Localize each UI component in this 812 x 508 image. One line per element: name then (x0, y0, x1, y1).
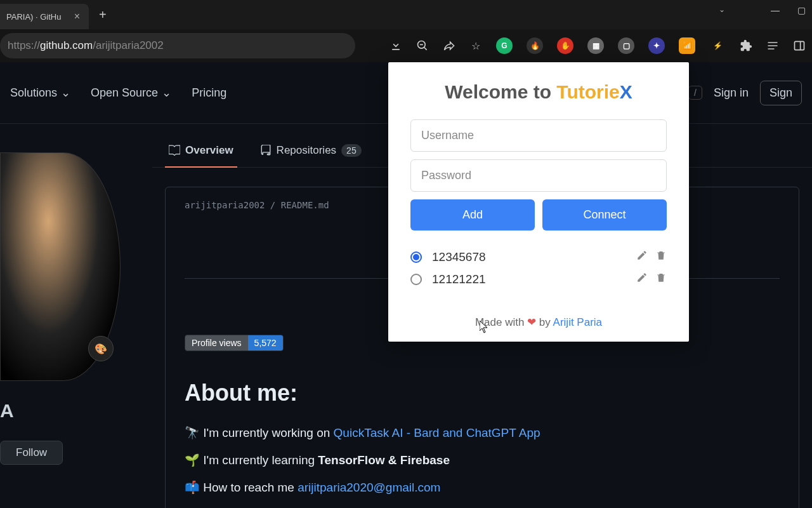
password-input[interactable] (410, 159, 667, 192)
profile-views-badge: Profile views 5,572 (185, 335, 284, 351)
maximize-icon[interactable]: ▢ (797, 5, 806, 15)
about-item: 🌱 I'm currently learning TensorFlow & Fi… (185, 453, 780, 467)
about-item: 📫 How to reach me arijitparia2020@gmail.… (185, 480, 780, 495)
account-row[interactable]: 12121221 (410, 268, 667, 290)
sidebar-toggle-icon[interactable] (793, 39, 806, 52)
tutoriex-ext-icon[interactable]: 📶 (679, 37, 695, 54)
ext-icon-4[interactable]: ▦ (587, 37, 604, 54)
profile-avatar[interactable]: 🎨 (0, 152, 121, 381)
download-icon[interactable] (390, 39, 402, 52)
nav-solutions[interactable]: Solutions ⌄ (10, 86, 70, 100)
sign-up-button[interactable]: Sign (760, 81, 802, 105)
ext-icon-3[interactable]: ✋ (557, 37, 573, 54)
popup-footer: Made with ❤ by Arijit Paria (410, 316, 667, 329)
avatar-status-badge[interactable]: 🎨 (88, 336, 114, 361)
repo-count-badge: 25 (341, 144, 362, 157)
author-link[interactable]: Arijit Paria (553, 316, 602, 328)
chevron-down-icon: ⌄ (162, 86, 171, 100)
sign-in-link[interactable]: Sign in (714, 86, 749, 100)
grammarly-ext-icon[interactable]: G (496, 37, 513, 54)
edit-icon[interactable] (636, 272, 648, 286)
connect-button[interactable]: Connect (542, 199, 667, 231)
radio-unselected-icon[interactable] (410, 274, 422, 285)
ext-icon-2[interactable]: 🔥 (527, 37, 543, 54)
edit-icon[interactable] (636, 250, 648, 264)
about-item: 🔭 I'm currently working on QuickTask AI … (185, 425, 780, 440)
username-input[interactable] (410, 119, 667, 152)
address-input[interactable]: https://github.com/arijitparia2002 (0, 33, 355, 58)
nav-pricing[interactable]: Pricing (192, 86, 226, 100)
profile-sidebar: 🎨 A Follow (0, 124, 152, 508)
account-list: 12345678 12121221 (410, 246, 667, 290)
ext-icon-6[interactable]: ✦ (648, 37, 665, 54)
ext-icon-8[interactable]: ⚡ (709, 37, 726, 54)
account-row[interactable]: 12345678 (410, 246, 667, 268)
repo-icon (260, 145, 272, 156)
close-tab-icon[interactable]: × (72, 11, 82, 22)
delete-icon[interactable] (655, 250, 667, 264)
minimize-icon[interactable]: — (771, 5, 780, 15)
about-heading: About me: (185, 380, 780, 406)
add-button[interactable]: Add (410, 199, 535, 231)
zoom-icon[interactable] (416, 39, 429, 52)
svg-rect-3 (795, 41, 804, 50)
bookmark-star-icon[interactable]: ☆ (469, 39, 482, 52)
ext-icon-5[interactable]: ▢ (618, 37, 634, 54)
tab-title: PARIA) · GitHu (6, 12, 72, 22)
nav-open-source[interactable]: Open Source ⌄ (91, 86, 171, 100)
browser-tab-bar: PARIA) · GitHu × + ⌄ — ▢ (0, 0, 812, 29)
follow-button[interactable]: Follow (0, 441, 63, 465)
delete-icon[interactable] (655, 272, 667, 286)
radio-selected-icon[interactable] (410, 251, 422, 263)
tabs-dropdown-icon[interactable]: ⌄ (719, 5, 725, 15)
window-controls: ⌄ — ▢ (712, 0, 812, 20)
reading-list-icon[interactable] (766, 39, 779, 52)
profile-name: A (0, 400, 152, 422)
share-icon[interactable] (443, 39, 455, 52)
popup-title: Welcome to TutorieX (410, 81, 667, 103)
tab-overview[interactable]: Overview (165, 138, 237, 167)
svg-line-1 (424, 48, 427, 50)
about-list: 🔭 I'm currently working on QuickTask AI … (185, 425, 780, 495)
browser-tab[interactable]: PARIA) · GitHu × (0, 4, 89, 29)
new-tab-button[interactable]: + (99, 8, 107, 22)
project-link[interactable]: QuickTask AI - Bard and ChatGPT App (334, 426, 540, 439)
url-bar: https://github.com/arijitparia2002 ☆ G 🔥… (0, 29, 812, 62)
extension-popup: Welcome to TutorieX Add Connect 12345678… (388, 62, 689, 342)
heart-icon: ❤ (527, 316, 536, 328)
email-link[interactable]: arijitparia2020@gmail.com (298, 481, 440, 494)
chevron-down-icon: ⌄ (61, 86, 70, 100)
tab-repositories[interactable]: Repositories 25 (256, 138, 365, 167)
extensions-puzzle-icon[interactable] (740, 39, 752, 52)
search-shortcut-hint[interactable]: / (688, 86, 702, 100)
book-icon (169, 145, 180, 156)
